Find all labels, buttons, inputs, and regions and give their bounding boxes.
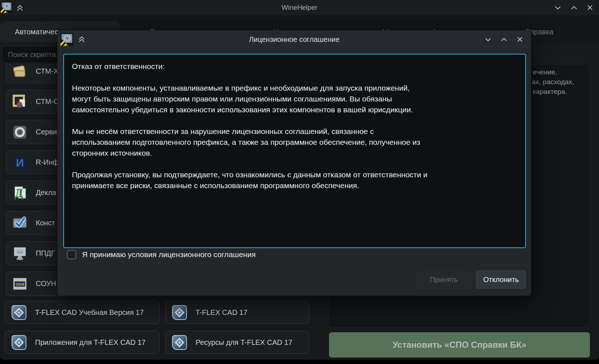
maximize-icon[interactable] xyxy=(500,35,508,43)
license-paragraph: Отказ от ответственности: xyxy=(72,61,430,72)
close-icon[interactable] xyxy=(516,35,524,43)
svg-text:И: И xyxy=(16,157,24,169)
button-label: T-FLEX CAD 17 xyxy=(196,308,247,317)
minimize-icon[interactable] xyxy=(554,4,562,12)
decline-button[interactable]: Отклонить xyxy=(476,270,526,289)
license-paragraph: Некоторые компоненты, устанавливаемые в … xyxy=(72,83,430,115)
gray-ring-icon xyxy=(12,124,28,140)
script-label: R-Инф xyxy=(36,158,59,166)
maximize-icon[interactable] xyxy=(570,4,578,12)
description-text-fragment: ах, расходах, xyxy=(532,78,574,86)
checkmark-monitor-icon xyxy=(12,215,28,231)
picture-frame-icon xyxy=(12,94,28,110)
button-label: Ресурсы для T-FLEX CAD 17 xyxy=(196,338,292,347)
close-icon[interactable] xyxy=(586,4,594,12)
documents-d-icon: Д xyxy=(12,185,28,201)
tflex-cad-button[interactable]: T-FLEX CAD 17 xyxy=(165,301,309,324)
description-text-fragment: карактера. xyxy=(533,88,567,96)
install-spo-spravki-bk-button[interactable]: Установить «СПО Справки БК» xyxy=(329,332,590,358)
soun-badge-icon: СОУН xyxy=(12,276,28,292)
script-label: СТМ-Х xyxy=(36,67,59,75)
accept-terms-label: Я принимаю условия лицензионного соглаше… xyxy=(82,250,256,259)
script-label: СОУН xyxy=(36,280,56,288)
button-label: Приложения для T-FLEX CAD 17 xyxy=(35,338,146,347)
script-label: СТМ-С xyxy=(36,98,59,106)
tflex-resources-button[interactable]: Ресурсы для T-FLEX CAD 17 xyxy=(165,331,309,354)
script-label: Серви xyxy=(36,128,57,136)
monitor-icon: u.2 xyxy=(12,246,28,261)
license-agreement-dialog: Лицензионное соглашение Отказ от ответст… xyxy=(57,30,531,296)
script-label: ППДГ xyxy=(36,249,55,257)
dialog-title: Лицензионное соглашение xyxy=(57,30,531,48)
svg-text:СОУН: СОУН xyxy=(16,282,24,286)
tflex-icon xyxy=(11,305,27,320)
license-paragraph: Продолжая установку, вы подтверждаете, ч… xyxy=(72,169,430,191)
license-text-area[interactable]: Отказ от ответственности: Некоторые комп… xyxy=(63,54,526,248)
minimize-icon[interactable] xyxy=(484,35,492,43)
tflex-apps-button[interactable]: Приложения для T-FLEX CAD 17 xyxy=(5,331,159,354)
script-label: Конст xyxy=(36,219,55,227)
main-titlebar: WineHelper xyxy=(0,0,599,15)
tflex-cad-edu-button[interactable]: T-FLEX CAD Учебная Версия 17 xyxy=(5,301,159,324)
tflex-icon xyxy=(172,305,187,320)
accept-button[interactable]: Принять xyxy=(418,270,470,289)
svg-text:Д: Д xyxy=(14,186,23,200)
accept-terms-checkbox[interactable] xyxy=(67,250,76,259)
window-title: WineHelper xyxy=(0,0,599,15)
description-text-fragment: ечение, xyxy=(533,68,557,76)
accept-terms-row: Я принимаю условия лицензионного соглаше… xyxy=(67,250,256,260)
letter-i-icon: И xyxy=(12,155,28,170)
button-label: T-FLEX CAD Учебная Версия 17 xyxy=(35,308,144,317)
script-label: Декла xyxy=(36,188,56,197)
dialog-titlebar: Лицензионное соглашение xyxy=(57,30,531,48)
license-paragraph: Мы не несём ответственности за нарушение… xyxy=(72,126,430,159)
svg-text:u.2: u.2 xyxy=(18,250,22,254)
desktop: WineHelper Автоматическая установка Ручн… xyxy=(0,0,599,364)
folder-icon xyxy=(12,64,28,79)
tflex-icon xyxy=(11,335,27,350)
tflex-icon xyxy=(172,335,187,350)
